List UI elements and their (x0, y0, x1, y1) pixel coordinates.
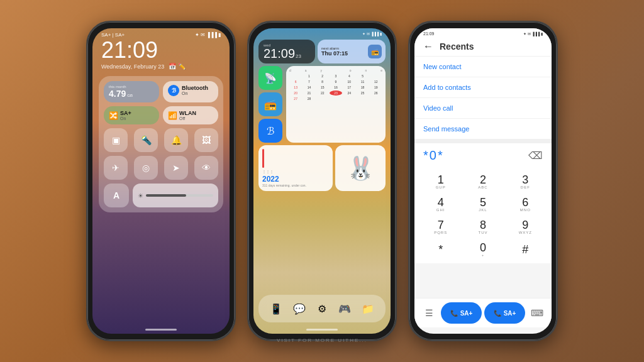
p3-key-4[interactable]: 4 GHI (419, 193, 462, 216)
phone-1: SA+ | SA+ ✦ ✉ ▐▐▐ ▮ 21:09 Wednesday, Feb… (86, 21, 236, 341)
p1-sa-name: SA+ (120, 110, 131, 116)
p2-widgets: wed 21:09 23 next alarm Thu 07:15 📻 (253, 37, 391, 194)
p2-clock-widget: wed 21:09 23 (258, 40, 315, 63)
p3-key-8[interactable]: 8 TUV (462, 216, 504, 238)
p2-dock-calc[interactable]: 📱 (266, 299, 286, 319)
p2-note-year: 2022 (262, 175, 329, 184)
p2-app-icon-1[interactable]: 📡 (258, 66, 282, 90)
p1-bluetooth-widget[interactable]: ℬ Bluetooth On (163, 81, 218, 102)
p2-app-icon-bt[interactable]: ℬ (258, 119, 282, 143)
p1-sa-widget[interactable]: 🔀 SA+ On (104, 106, 159, 124)
bluetooth-status: On (182, 91, 208, 96)
p3-key-hash[interactable]: # (504, 238, 547, 261)
p1-data-widget[interactable]: this month 4.79 GB (104, 81, 159, 102)
p1-home-indicator (145, 329, 177, 331)
p2-home-indicator (306, 329, 338, 331)
p1-airplane-btn[interactable]: ✈ (104, 156, 128, 180)
p3-key-7[interactable]: 7 PQRS (419, 216, 462, 238)
p3-video-call[interactable]: Video call (414, 98, 552, 119)
p2-alarm-icon[interactable]: 📻 (368, 45, 382, 58)
p2-dock: 📱 💬 ⚙ 🎮 📁 (258, 295, 386, 322)
p1-status-icons: ✦ ✉ ▐▐▐ ▮ (195, 32, 221, 38)
p3-status-bar: 21:09 ✦ ✉ ▐▐▐ ▮ (414, 28, 552, 37)
p3-status-icons: ✦ ✉ ▐▐▐ ▮ (523, 31, 543, 36)
brightness-fill (146, 194, 186, 197)
p1-bell-btn[interactable]: 🔔 (164, 128, 188, 152)
p2-icons-col: 📡 📻 ℬ (258, 66, 284, 143)
p2-alarm-time: Thu 07:15 (321, 50, 348, 57)
p1-brightness-slider[interactable]: ☀ (133, 184, 218, 207)
p1-data-label: this month (109, 85, 154, 89)
p3-call-btn-sa2[interactable]: 📞 SA+ (484, 302, 525, 324)
p1-wlan-status: Off (179, 116, 196, 121)
p3-menu-items: New contact Add to contacts Video call S… (414, 57, 552, 140)
p3-menu-icon[interactable]: ☰ (419, 304, 438, 322)
p1-sa-status: On (120, 116, 131, 121)
p2-row1: wed 21:09 23 next alarm Thu 07:15 📻 (258, 40, 386, 63)
p3-key-3[interactable]: 3 DEF (504, 170, 547, 193)
p1-data-value: 4.79 (109, 89, 126, 99)
p1-data-unit: GB (127, 94, 133, 97)
p3-key-0[interactable]: 0 + (462, 238, 504, 261)
p3-title: Recents (440, 41, 474, 52)
p1-bottom-row: A ☀ (104, 184, 218, 207)
p3-key-2[interactable]: 2 ABC (462, 170, 504, 193)
p3-new-contact[interactable]: New contact (414, 57, 552, 77)
p3-call-btn-sa1[interactable]: 📞 SA+ (441, 302, 482, 324)
p2-dock-settings[interactable]: ⚙ (312, 299, 332, 319)
p1-navigation-btn[interactable]: ➤ (164, 156, 188, 180)
p2-app-icon-2[interactable]: 📻 (258, 92, 282, 116)
p2-row2: 📡 📻 ℬ day one 1 2 (258, 66, 386, 143)
p2-note-handle: ⋮⋮⋮ (262, 169, 329, 173)
p1-icon-row1: ▣ 🔦 🔔 🖼 (104, 128, 218, 152)
p2-note-indicator (262, 149, 264, 168)
p2-status-icons: ✦ ✉ ▐▐▐ ▮ (362, 31, 382, 36)
p1-text-btn[interactable]: A (104, 184, 129, 207)
p3-send-message[interactable]: Send message (414, 119, 552, 140)
p2-clock-time: 21:09 (264, 47, 295, 60)
watermark: VISIT FOR MORE UITHE... (277, 337, 367, 343)
p3-key-6[interactable]: 6 MNO (504, 193, 547, 216)
p1-time: 21:09 (92, 39, 230, 62)
p3-delete-button[interactable]: ⌫ (528, 150, 543, 162)
p1-wlan-name: WLAN (179, 110, 196, 116)
p3-key-1[interactable]: 1 GUP (419, 170, 462, 193)
p3-dialed-number: *0* (423, 148, 444, 163)
brightness-bar (146, 194, 213, 197)
p1-control-panel: this month 4.79 GB ℬ Bluetooth On (99, 76, 223, 212)
bluetooth-name: Bluetooth (182, 85, 208, 91)
p2-note-widget: ⋮⋮⋮ 2022 311 days remaining. under con. (258, 145, 333, 191)
p1-flashlight-btn[interactable]: 🔦 (134, 128, 158, 152)
p3-key-5[interactable]: 5 JKL (462, 193, 504, 216)
p2-dock-msg[interactable]: 💬 (289, 299, 309, 319)
bluetooth-icon: ℬ (168, 85, 179, 96)
p2-dock-files[interactable]: 📁 (358, 299, 378, 319)
p3-keypad-icon[interactable]: ⌨ (528, 304, 547, 322)
phone-2: ✦ ✉ ▐▐▐ ▮ wed 21:09 23 (247, 21, 397, 341)
p3-back-button[interactable]: ← (423, 41, 433, 52)
p3-keypad: 1 GUP 2 ABC 3 DEF 4 GHI 5 JKL (414, 168, 552, 263)
p2-calendar-widget: day one 1 2 3 4 5 6 (286, 66, 386, 143)
p1-location-btn[interactable]: ◎ (134, 156, 158, 180)
phone-3: 21:09 ✦ ✉ ▐▐▐ ▮ ← Recents New contact Ad… (408, 21, 558, 341)
p1-wlan-widget[interactable]: 📶 WLAN Off (163, 106, 218, 124)
p2-status-bar: ✦ ✉ ▐▐▐ ▮ (253, 28, 391, 37)
p3-add-contacts[interactable]: Add to contacts (414, 77, 552, 98)
p2-row3: ⋮⋮⋮ 2022 311 days remaining. under con. … (258, 145, 386, 191)
p3-key-9[interactable]: 9 WXYZ (504, 216, 547, 238)
p3-header: ← Recents (414, 37, 552, 57)
p1-top-row: this month 4.79 GB ℬ Bluetooth On (104, 81, 218, 102)
cal-grid: 1 2 3 4 5 6 7 8 9 10 11 12 (289, 74, 382, 101)
p2-alarm-widget: next alarm Thu 07:15 📻 (318, 40, 386, 63)
p2-dock-game[interactable]: 🎮 (335, 299, 355, 319)
p3-number-display: *0* ⌫ (414, 143, 552, 168)
p2-note-sub: 311 days remaining. under con. (262, 184, 329, 187)
p1-icon-row2: ✈ ◎ ➤ 👁 (104, 156, 218, 180)
p1-vibrate-btn[interactable]: ▣ (104, 128, 128, 152)
cal-header: day one (289, 69, 382, 72)
p1-eye-btn[interactable]: 👁 (194, 156, 218, 180)
p3-key-star[interactable]: * (419, 238, 462, 261)
p3-status-time: 21:09 (423, 31, 435, 36)
p1-mid-row: 🔀 SA+ On 📶 WLAN Off (104, 106, 218, 124)
p1-screen-btn[interactable]: 🖼 (194, 128, 218, 152)
